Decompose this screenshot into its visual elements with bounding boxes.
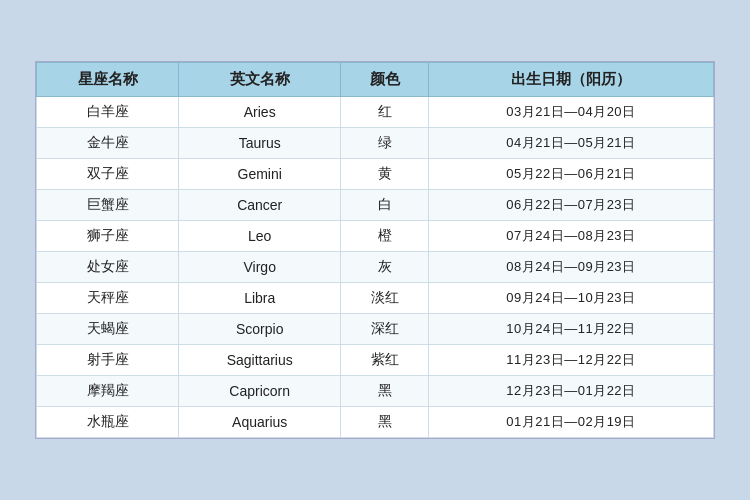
zodiac-table-wrapper: 星座名称 英文名称 颜色 出生日期（阳历） 白羊座Aries红03月21日—04…: [35, 61, 715, 439]
english-name: Leo: [179, 221, 341, 252]
date-range: 08月24日—09月23日: [428, 252, 713, 283]
table-row: 处女座Virgo灰08月24日—09月23日: [37, 252, 714, 283]
col-header-english: 英文名称: [179, 63, 341, 97]
date-range: 06月22日—07月23日: [428, 190, 713, 221]
chinese-name: 摩羯座: [37, 376, 179, 407]
color-name: 橙: [341, 221, 429, 252]
table-row: 天秤座Libra淡红09月24日—10月23日: [37, 283, 714, 314]
date-range: 09月24日—10月23日: [428, 283, 713, 314]
table-row: 摩羯座Capricorn黑12月23日—01月22日: [37, 376, 714, 407]
english-name: Libra: [179, 283, 341, 314]
chinese-name: 金牛座: [37, 128, 179, 159]
table-row: 巨蟹座Cancer白06月22日—07月23日: [37, 190, 714, 221]
table-row: 天蝎座Scorpio深红10月24日—11月22日: [37, 314, 714, 345]
date-range: 11月23日—12月22日: [428, 345, 713, 376]
english-name: Sagittarius: [179, 345, 341, 376]
zodiac-table: 星座名称 英文名称 颜色 出生日期（阳历） 白羊座Aries红03月21日—04…: [36, 62, 714, 438]
chinese-name: 天蝎座: [37, 314, 179, 345]
english-name: Taurus: [179, 128, 341, 159]
english-name: Aries: [179, 97, 341, 128]
date-range: 05月22日—06月21日: [428, 159, 713, 190]
table-header-row: 星座名称 英文名称 颜色 出生日期（阳历）: [37, 63, 714, 97]
chinese-name: 双子座: [37, 159, 179, 190]
date-range: 07月24日—08月23日: [428, 221, 713, 252]
color-name: 淡红: [341, 283, 429, 314]
english-name: Cancer: [179, 190, 341, 221]
color-name: 黑: [341, 376, 429, 407]
chinese-name: 处女座: [37, 252, 179, 283]
date-range: 10月24日—11月22日: [428, 314, 713, 345]
date-range: 04月21日—05月21日: [428, 128, 713, 159]
color-name: 黄: [341, 159, 429, 190]
table-row: 白羊座Aries红03月21日—04月20日: [37, 97, 714, 128]
color-name: 深红: [341, 314, 429, 345]
english-name: Virgo: [179, 252, 341, 283]
chinese-name: 狮子座: [37, 221, 179, 252]
table-row: 水瓶座Aquarius黑01月21日—02月19日: [37, 407, 714, 438]
color-name: 黑: [341, 407, 429, 438]
color-name: 红: [341, 97, 429, 128]
col-header-color: 颜色: [341, 63, 429, 97]
color-name: 紫红: [341, 345, 429, 376]
english-name: Gemini: [179, 159, 341, 190]
english-name: Capricorn: [179, 376, 341, 407]
col-header-date: 出生日期（阳历）: [428, 63, 713, 97]
chinese-name: 天秤座: [37, 283, 179, 314]
chinese-name: 水瓶座: [37, 407, 179, 438]
color-name: 灰: [341, 252, 429, 283]
date-range: 01月21日—02月19日: [428, 407, 713, 438]
table-row: 双子座Gemini黄05月22日—06月21日: [37, 159, 714, 190]
col-header-chinese: 星座名称: [37, 63, 179, 97]
table-row: 金牛座Taurus绿04月21日—05月21日: [37, 128, 714, 159]
date-range: 03月21日—04月20日: [428, 97, 713, 128]
table-row: 狮子座Leo橙07月24日—08月23日: [37, 221, 714, 252]
chinese-name: 白羊座: [37, 97, 179, 128]
table-row: 射手座Sagittarius紫红11月23日—12月22日: [37, 345, 714, 376]
english-name: Aquarius: [179, 407, 341, 438]
chinese-name: 射手座: [37, 345, 179, 376]
color-name: 绿: [341, 128, 429, 159]
english-name: Scorpio: [179, 314, 341, 345]
date-range: 12月23日—01月22日: [428, 376, 713, 407]
chinese-name: 巨蟹座: [37, 190, 179, 221]
color-name: 白: [341, 190, 429, 221]
